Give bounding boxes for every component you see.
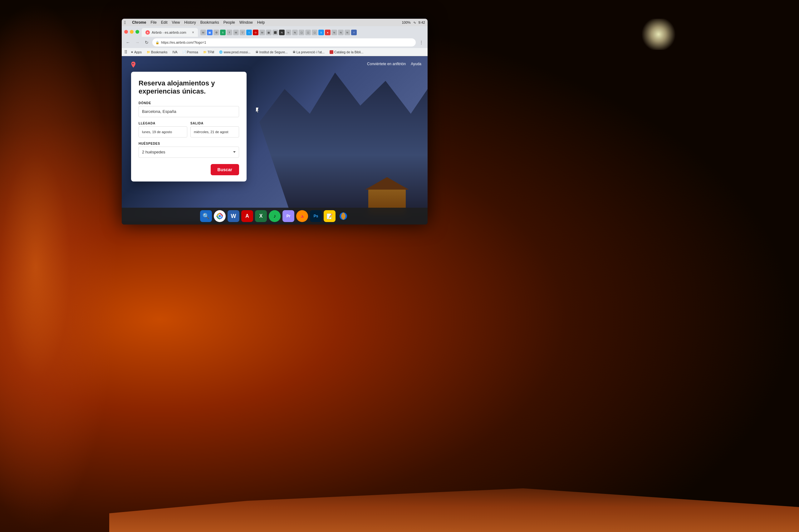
where-field-group: DÓNDE Barcelona, España	[139, 101, 239, 117]
battery-indicator: 100%	[402, 21, 411, 24]
menubar-right: 100% ∿ 9:42	[402, 21, 425, 25]
ext-icon-8[interactable]: t	[246, 30, 252, 35]
notes-dock-icon[interactable]: 📝	[324, 210, 335, 222]
svg-point-2	[218, 215, 221, 217]
premiere-dock-icon[interactable]: Pr	[283, 210, 294, 222]
tab-close-icon[interactable]: ×	[192, 30, 194, 35]
apps-grid-icon[interactable]: ⠿	[124, 50, 127, 55]
word-dock-icon[interactable]: W	[228, 210, 239, 222]
finder-dock-icon[interactable]: 🔍	[200, 210, 212, 222]
window-controls	[124, 30, 139, 34]
ext-icon-2[interactable]: ▦	[207, 30, 213, 35]
menu-help[interactable]: Help	[257, 20, 265, 25]
app-name-label[interactable]: Chrome	[132, 20, 146, 25]
menu-view[interactable]: View	[172, 20, 180, 25]
menu-file[interactable]: File	[150, 20, 156, 25]
chrome-dock-icon[interactable]	[214, 210, 226, 222]
bookmark-tfm-label: TFM	[207, 50, 214, 54]
ext-icon-18[interactable]: ◻	[312, 30, 317, 35]
bookmark-cataleg[interactable]: Catàleg de la Bibli...	[328, 50, 365, 55]
bookmark-pnsd[interactable]: 🌐 www.pnsd.msssi...	[218, 50, 252, 55]
ext-icon-12[interactable]: ⬛	[272, 30, 278, 35]
ext-icon-11[interactable]: ▦	[266, 30, 272, 35]
ext-icon-20[interactable]: ●	[325, 30, 330, 35]
menu-window[interactable]: Window	[239, 20, 253, 25]
ext-icon-24[interactable]: f	[351, 30, 357, 35]
photoshop-dock-icon[interactable]: Ps	[310, 210, 322, 222]
bookmark-prevencio[interactable]: 🏛 La prevenció i l'at...	[291, 50, 326, 55]
ext-icon-22[interactable]: N	[338, 30, 344, 35]
time-display: 9:42	[419, 21, 425, 24]
search-card: Reserva alojamientos y experiencias únic…	[131, 72, 247, 182]
help-link[interactable]: Ayuda	[411, 62, 421, 66]
menu-people[interactable]: People	[223, 20, 235, 25]
ext-icon-9[interactable]: G	[253, 30, 258, 35]
search-button[interactable]: Buscar	[211, 164, 239, 175]
firefox-dock-icon[interactable]	[338, 210, 349, 222]
guests-field-group: HUÉSPEDES 2 huéspedes	[139, 142, 239, 158]
apple-menu[interactable]: 	[124, 20, 126, 25]
ext-icon-15[interactable]: N	[292, 30, 298, 35]
tab-title: Airbnb - es.airbnb.com	[152, 31, 186, 34]
lock-icon: 🔒	[156, 41, 159, 44]
ext-icon-4[interactable]: S	[220, 30, 226, 35]
chevron-down-icon	[233, 151, 236, 153]
menu-history[interactable]: History	[184, 20, 196, 25]
host-link[interactable]: Conviértete en anfitrión	[367, 62, 406, 66]
bookmark-apps[interactable]: ★ Apps	[129, 50, 143, 55]
bookmark-prevencio-icon: 🏛	[293, 51, 295, 54]
arrival-label: LLEGADA	[139, 121, 187, 125]
bookmark-segure[interactable]: 🏛 Institut de Segure...	[254, 50, 289, 55]
menubar-items: Chrome File Edit View History Bookmarks …	[132, 20, 265, 25]
ext-icon-23[interactable]: N	[345, 30, 350, 35]
bookmark-tfm[interactable]: 📁 TFM	[202, 50, 216, 55]
acrobat-dock-icon[interactable]: A	[241, 210, 253, 222]
back-button[interactable]: ←	[124, 39, 132, 46]
refresh-button[interactable]: ↻	[143, 39, 150, 46]
bookmark-iva[interactable]: IVA	[171, 50, 179, 55]
forward-button[interactable]: →	[133, 39, 141, 46]
departure-input[interactable]: miércoles, 21 de agost	[190, 126, 239, 137]
where-label: DÓNDE	[139, 101, 239, 105]
active-tab[interactable]: A Airbnb - es.airbnb.com ×	[142, 28, 198, 37]
excel-dock-icon[interactable]: X	[255, 210, 267, 222]
extensions-button[interactable]: ⋮	[418, 39, 425, 46]
bookmark-bookmarks-label: Bookmarks	[151, 50, 168, 54]
macos-menubar:  Chrome File Edit View History Bookmark…	[122, 19, 428, 26]
bookmark-star-icon: ★	[131, 51, 133, 54]
bookmark-premsa-icon: 📄	[183, 51, 186, 54]
house-roof	[365, 177, 409, 190]
ext-icon-6[interactable]: M	[233, 30, 239, 35]
where-input[interactable]: Barcelona, España	[139, 106, 239, 117]
minimize-button[interactable]	[130, 30, 133, 34]
ext-icon-17[interactable]: ◻	[305, 30, 311, 35]
guests-input[interactable]: 2 huéspedes	[139, 147, 239, 158]
vlc-dock-icon[interactable]: 🔺	[296, 210, 308, 222]
url-display: https://es.airbnb.com/?logo=1	[161, 40, 206, 44]
bookmark-premsa[interactable]: 📄 Premsa	[181, 50, 200, 55]
airbnb-logo[interactable]	[128, 61, 138, 73]
arrival-input[interactable]: lunes, 19 de agosto	[139, 126, 187, 137]
menu-edit[interactable]: Edit	[161, 20, 168, 25]
toolbar-extension-icons: M ▦ ⚙ S T M ▽ t G M ▦ ⬛ N N N ◻ ◻ ◻ S ●	[200, 30, 357, 35]
ext-icon-21[interactable]: N	[331, 30, 337, 35]
bookmark-bookmarks[interactable]: 📁 Bookmarks	[145, 50, 169, 55]
guests-value: 2 huéspedes	[142, 150, 165, 154]
bookmark-prevencio-label: La prevenció i l'at...	[296, 50, 325, 54]
close-button[interactable]	[124, 30, 128, 34]
chrome-toolbar: A Airbnb - es.airbnb.com × M ▦ ⚙ S T M ▽…	[122, 26, 428, 48]
maximize-button[interactable]	[135, 30, 139, 34]
ext-icon-13[interactable]: N	[279, 30, 285, 35]
ext-icon-10[interactable]: M	[259, 30, 265, 35]
ext-icon-19[interactable]: S	[319, 30, 324, 35]
ext-icon-3[interactable]: ⚙	[214, 30, 219, 35]
ext-icon-1[interactable]: M	[200, 30, 206, 35]
ext-icon-5[interactable]: T	[226, 30, 232, 35]
departure-value: miércoles, 21 de agost	[194, 130, 229, 134]
ext-icon-16[interactable]: ◻	[299, 30, 304, 35]
address-bar[interactable]: 🔒 https://es.airbnb.com/?logo=1	[152, 38, 416, 46]
ext-icon-14[interactable]: N	[286, 30, 291, 35]
spotify-dock-icon[interactable]: ♪	[269, 210, 280, 222]
menu-bookmarks[interactable]: Bookmarks	[200, 20, 219, 25]
ext-icon-7[interactable]: ▽	[240, 30, 245, 35]
